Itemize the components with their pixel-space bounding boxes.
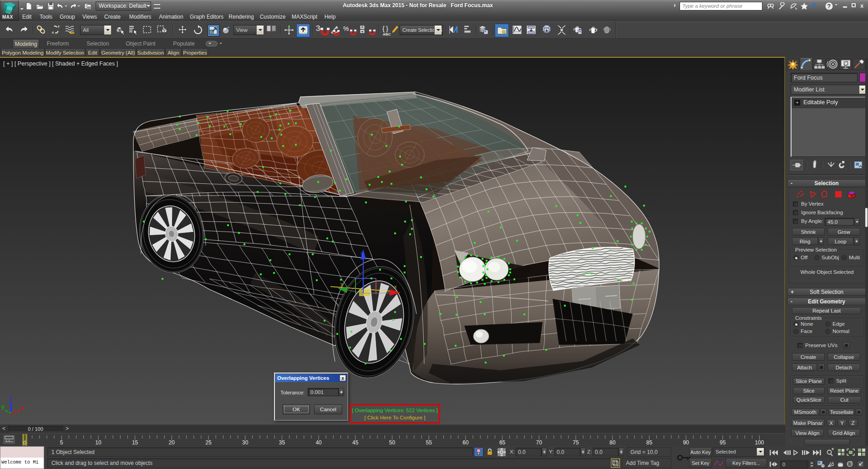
svg-text:z: z — [360, 250, 363, 256]
svg-text:45: 45 — [352, 439, 359, 446]
svg-text:65: 65 — [499, 439, 506, 446]
svg-text:55: 55 — [426, 439, 432, 446]
svg-text:60: 60 — [462, 439, 469, 446]
svg-text:100: 100 — [755, 439, 764, 446]
svg-text:85: 85 — [646, 439, 653, 446]
svg-text:0: 0 — [782, 462, 785, 467]
svg-text:80: 80 — [609, 439, 616, 446]
svg-text:35: 35 — [279, 439, 285, 446]
svg-text:20: 20 — [169, 439, 175, 446]
svg-text:0: 0 — [24, 440, 26, 445]
svg-text:70: 70 — [536, 439, 543, 446]
svg-text:90: 90 — [683, 439, 689, 446]
svg-text:40: 40 — [315, 439, 322, 446]
svg-text:x: x — [394, 284, 397, 289]
svg-text:y: y — [340, 281, 343, 287]
svg-text:95: 95 — [720, 439, 726, 446]
svg-text:30: 30 — [242, 439, 249, 446]
svg-text:50: 50 — [389, 439, 396, 446]
svg-text:75: 75 — [573, 439, 579, 446]
svg-text:5: 5 — [60, 439, 63, 446]
svg-text:?: ? — [827, 3, 831, 10]
svg-text:y: y — [1, 403, 5, 410]
svg-text:10: 10 — [95, 439, 102, 446]
svg-text:15: 15 — [132, 439, 138, 446]
svg-text:x: x — [21, 404, 25, 411]
svg-text:25: 25 — [205, 439, 212, 446]
svg-text:z: z — [9, 395, 12, 402]
